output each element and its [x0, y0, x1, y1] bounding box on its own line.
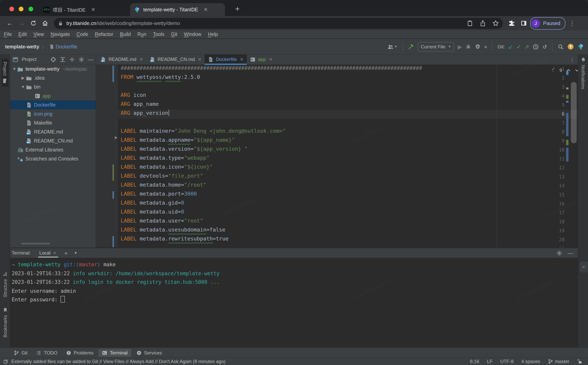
tab-close-icon[interactable]: ✕	[240, 57, 244, 62]
run-icon[interactable]: ▶	[458, 43, 462, 50]
update-available-icon[interactable]	[567, 43, 574, 50]
expand-all-icon[interactable]	[60, 56, 66, 62]
caret-position[interactable]: 6:16	[470, 359, 479, 364]
editor-tab-readme-md[interactable]: README.md✕	[97, 54, 146, 64]
history-clock-icon[interactable]	[533, 43, 539, 50]
menu-build[interactable]: Build	[120, 32, 131, 37]
tab-close-icon[interactable]: ✕	[90, 7, 97, 13]
bell-icon[interactable]	[580, 57, 586, 63]
tool-button-terminal[interactable]: Terminal	[98, 349, 131, 357]
browser-tab[interactable]: <t>项目 - TitanIDE✕	[39, 3, 128, 16]
tool-button-services[interactable]: Services	[133, 349, 166, 357]
menu-refactor[interactable]: Refactor	[95, 32, 113, 37]
editor[interactable]: 1#######################################…	[96, 65, 578, 247]
menu-window[interactable]: Window	[184, 32, 201, 37]
tree-item-icon-png[interactable]: icon.png	[10, 109, 96, 118]
next-problem-chevron-icon[interactable]	[574, 68, 578, 73]
hide-panel-icon[interactable]: —	[88, 57, 93, 61]
new-tab-button[interactable]: +	[232, 3, 243, 15]
stacked-windows-icon[interactable]	[3, 359, 8, 364]
minimize-window-button[interactable]	[19, 7, 24, 11]
tree-item-readme-md[interactable]: README.md	[10, 127, 96, 136]
tool-stripe-structure[interactable]: Structure	[3, 272, 8, 297]
inspections-widget[interactable]: ✓~9	[551, 67, 578, 73]
debug-icon[interactable]	[465, 44, 471, 49]
git-commit-icon[interactable]: ✓	[517, 43, 521, 50]
line-ending[interactable]: LF	[487, 359, 493, 364]
collapse-all-icon[interactable]	[69, 56, 75, 62]
menu-edit[interactable]: Edit	[18, 32, 27, 37]
tool-stripe-notifications[interactable]: Notifications	[581, 65, 585, 89]
editor-tab-readme-cn-md[interactable]: README_CN.md✕	[146, 54, 205, 64]
tree-arrow-collapsed[interactable]: ▶	[20, 76, 26, 80]
menu-run[interactable]: Run	[137, 32, 147, 37]
tabbar-more-icon[interactable]: ⋮	[570, 56, 575, 63]
new-terminal-icon[interactable]: +	[64, 250, 68, 256]
terminal-tab-local[interactable]: Local✕	[38, 248, 58, 258]
menu-navigate[interactable]: Navigate	[50, 32, 70, 37]
coverage-icon[interactable]	[475, 44, 481, 49]
prev-problem-chevron-icon[interactable]	[566, 68, 571, 73]
tool-stripe-bookmarks[interactable]: Bookmarks	[3, 307, 8, 337]
extensions-icon[interactable]	[508, 20, 515, 27]
clipboard-icon[interactable]	[467, 20, 473, 27]
browser-tab[interactable]: template-wetty - TitanIDE✕	[130, 3, 225, 16]
menu-code[interactable]: Code	[77, 32, 88, 37]
lock-open-icon[interactable]	[577, 359, 582, 364]
encoding[interactable]: UTF-8	[500, 359, 514, 364]
editor-tab-dockerfile[interactable]: Dockerfile✕	[205, 54, 246, 64]
tool-stripe-project[interactable]: Project	[1, 59, 8, 87]
tab-close-icon[interactable]: ✕	[140, 57, 143, 62]
tree-item--idea[interactable]: ▶.idea	[10, 73, 96, 82]
tool-button-problems[interactable]: Problems	[63, 349, 97, 357]
back-icon[interactable]: ←	[4, 19, 16, 27]
browser-profile-button[interactable]: J Paused	[530, 17, 565, 29]
menu-view[interactable]: View	[33, 32, 44, 37]
titanide-gem-icon[interactable]	[577, 43, 584, 50]
forward-icon[interactable]: →	[16, 19, 27, 27]
terminal-output[interactable]: → template-wetty git:(master) make2023-0…	[10, 258, 578, 347]
code-with-me-button[interactable]: ▼	[387, 43, 398, 50]
tree-item-bin[interactable]: ▼bin	[10, 82, 96, 91]
tree-item-template-wetty[interactable]: ▼template-wetty~/workspac	[10, 64, 96, 73]
tree-arrow-expanded[interactable]: ▼	[12, 67, 17, 71]
tree-item-external-libraries[interactable]: External Libraries	[10, 145, 96, 154]
breadcrumb-project[interactable]: template-wetty	[5, 44, 39, 49]
git-branch-widget[interactable]: master	[548, 359, 569, 364]
tree-item-scratches-and-consoles[interactable]: Scratches and Consoles	[10, 154, 96, 163]
tab-close-icon[interactable]: ✕	[202, 7, 210, 13]
search-everywhere-icon[interactable]	[558, 43, 564, 50]
side-panel-icon[interactable]	[520, 20, 527, 27]
tool-button-todo[interactable]: TODO	[33, 349, 61, 357]
zoom-window-button[interactable]	[28, 7, 33, 11]
tree-item-dockerfile[interactable]: Dockerfile	[10, 100, 96, 109]
close-window-button[interactable]	[9, 7, 14, 11]
editor-tab-app[interactable]: app✕	[246, 54, 276, 64]
panel-settings-gear-icon[interactable]	[78, 56, 84, 62]
bookmark-star-icon[interactable]	[492, 20, 499, 27]
menu-file[interactable]: File	[4, 32, 12, 37]
tree-item-makefile[interactable]: Makefile	[10, 118, 96, 127]
fold-arrow-icon[interactable]: ▶	[115, 135, 118, 139]
home-icon[interactable]	[39, 20, 51, 27]
rollback-icon[interactable]: ↺	[543, 43, 547, 50]
tree-item-app[interactable]: app	[10, 91, 96, 100]
minimize-panel-icon[interactable]: —	[568, 251, 573, 255]
menu-help[interactable]: Help	[208, 32, 218, 37]
expand-hidden-panel-button[interactable]: <	[579, 261, 588, 273]
tree-item-readme-cn-md[interactable]: README_CN.md	[10, 136, 96, 145]
editor-scrollbar[interactable]	[571, 82, 577, 143]
status-message[interactable]: Externally added files can be added to G…	[11, 359, 225, 364]
tree-arrow-expanded[interactable]: ▼	[20, 85, 26, 89]
tree-horizontal-scrollbar[interactable]	[21, 243, 50, 244]
tool-button-git[interactable]: Git	[10, 349, 31, 357]
reload-icon[interactable]	[27, 20, 39, 27]
browser-menu-icon[interactable]: ⋮	[569, 20, 575, 27]
chevron-down-icon[interactable]: ▼	[74, 251, 77, 255]
locate-file-icon[interactable]	[50, 56, 56, 62]
stop-icon[interactable]: ■	[484, 43, 487, 50]
close-icon[interactable]: ✕	[53, 250, 56, 255]
run-configuration-select[interactable]: Current File ▼	[418, 42, 454, 51]
breadcrumb-file[interactable]: Dockerfile	[56, 44, 77, 49]
indent-setting[interactable]: 4 spaces	[521, 359, 540, 364]
